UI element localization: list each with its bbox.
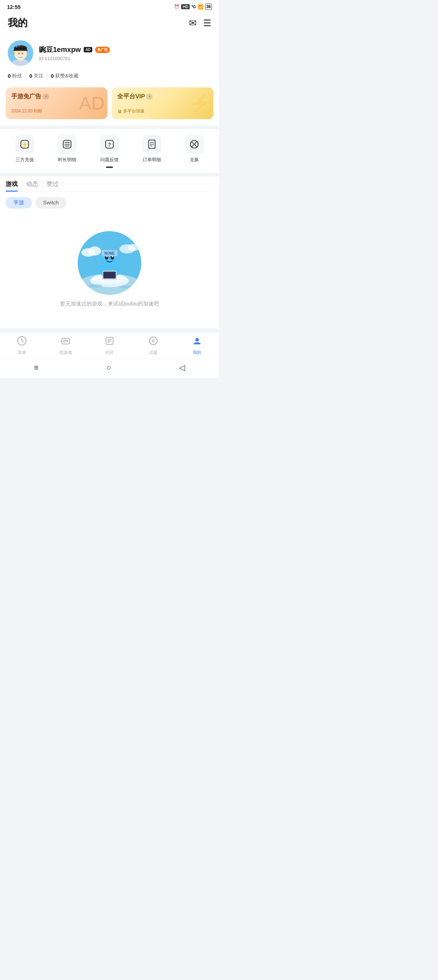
exchange-icon [185,135,204,154]
page-title: 我的 [8,16,27,30]
ad-text: AD [86,48,90,52]
promo-card-vip[interactable]: 全平台VIP › 🖥 多平台加速 ⚡ [112,88,213,119]
no-ad-badge: 免广告 [95,47,110,53]
hd-badge: HD [181,4,190,9]
signal-icon: 📶 [198,4,203,10]
svg-rect-12 [18,45,20,47]
promo-right-bg-icon: ⚡ [189,93,211,113]
likes-label: 获赞&收藏 [55,73,78,79]
exchange-label: 兑换 [190,157,199,163]
status-time: 12:55 [7,4,21,10]
fiveg-icon: ⁵G [192,5,196,9]
duration-icon [57,135,77,154]
recharge-label: 三方充值 [16,157,34,163]
stats-row: 0 粉丝 | 0 关注 | 0 获赞&收藏 [0,69,219,85]
ad-badge: AD [84,47,92,52]
nav-mine[interactable]: 我的 [185,336,209,356]
accelerate-icon [17,336,27,348]
nav-topics[interactable]: # 话题 [141,336,166,356]
svg-point-38 [88,284,102,288]
follow-count: 0 [29,73,32,79]
nav-accelerate-label: 加速 [17,350,26,356]
promo-left-bg-icon: AD [79,92,105,114]
nav-community-label: 社区 [105,350,114,356]
quick-actions-row: ⚡ 三方充值 时长明细 ? [3,135,216,163]
chip-switch[interactable]: Switch [35,197,67,208]
svg-point-13 [13,53,15,54]
alarm-icon: ⏰ [174,4,179,9]
sys-hamburger[interactable]: ≡ [34,363,38,372]
sys-home[interactable]: ○ [106,363,111,372]
stat-likes[interactable]: 0 获赞&收藏 [51,73,78,79]
svg-rect-54 [62,338,70,344]
svg-rect-50 [104,272,115,278]
tab-games[interactable]: 游戏 [6,180,17,192]
empty-state: NONE 暂无加速过的游戏，来试试biubiu的加速吧 [0,213,219,328]
indicator-dot [106,167,113,168]
svg-point-55 [63,340,65,342]
action-recharge[interactable]: ⚡ 三方充值 [11,135,39,163]
orders-label: 订单明细 [143,157,161,163]
profile-username: 豌豆1emxpw [39,45,81,54]
profile-info: 豌豆1emxpw AD 免广告 ID:1101690781 [39,45,211,61]
nav-findgame[interactable]: 找游戏 [53,336,78,356]
nav-community[interactable]: 社区 [97,336,122,356]
empty-text: 暂无加速过的游戏，来试试biubiu的加速吧 [60,301,159,307]
quick-actions: ⚡ 三方充值 时长明细 ? [0,129,219,173]
divider1: | [25,72,27,80]
tab-dynamic[interactable]: 动态 [26,180,38,192]
top-nav-icons: ✉ ☰ [189,18,211,29]
action-feedback[interactable]: ? 问题反馈 [95,135,124,163]
mail-icon[interactable]: ✉ [189,18,197,29]
tab-liked[interactable]: 赞过 [47,180,59,192]
avatar: ✕ ✕ [8,40,33,66]
status-icons: ⏰ HD ⁵G 📶 36 [174,3,212,10]
action-exchange[interactable]: 兑换 [180,135,208,163]
feedback-label: 问题反馈 [100,157,119,163]
likes-count: 0 [51,73,54,79]
profile-section: ✕ ✕ 豌豆1emxpw AD 免广告 ID:1101690781 [0,35,219,69]
svg-rect-11 [16,46,17,48]
mine-icon [192,336,202,348]
menu-icon[interactable]: ☰ [203,18,211,29]
nav-accelerate[interactable]: 加速 [10,336,34,356]
divider2: | [46,72,48,80]
svg-text:⚡: ⚡ [21,141,28,148]
duration-label: 时长明细 [58,157,76,163]
topics-icon: # [148,336,158,348]
svg-point-34 [128,244,139,251]
promo-cards-row: 手游免广告 › 2024.12.03 到期 AD 全平台VIP › 🖥 多平台加… [0,85,219,126]
action-duration[interactable]: 时长明细 [53,135,81,163]
follow-label: 关注 [33,73,43,79]
orders-icon [142,135,162,154]
monitor-icon: 🖥 [117,108,122,114]
stat-follow[interactable]: 0 关注 [29,73,43,79]
findgame-icon [61,336,71,348]
svg-point-65 [195,338,199,342]
recharge-icon: ⚡ [15,135,34,154]
page-indicator [3,163,216,169]
chip-mobile[interactable]: 手游 [6,197,32,208]
action-orders[interactable]: 订单明细 [138,135,166,163]
tabs-container: 游戏 动态 赞过 [0,177,219,192]
nav-findgame-label: 找游戏 [59,350,72,356]
promo-card-no-ad[interactable]: 手游免广告 › 2024.12.03 到期 AD [6,88,107,119]
fans-label: 粉丝 [12,73,22,79]
profile-id: ID:1101690781 [39,56,211,61]
promo-right-arrow: › [146,93,152,100]
promo-left-arrow: › [43,93,49,100]
top-nav: 我的 ✉ ☰ [0,13,219,35]
nav-mine-label: 我的 [193,350,202,356]
fans-count: 0 [8,73,11,79]
svg-text:#: # [152,338,155,344]
svg-point-32 [88,247,101,256]
empty-illustration: NONE [78,231,141,295]
nav-topics-label: 话题 [149,350,157,356]
filter-chips: 手游 Switch [0,192,219,213]
battery-indicator: 36 [205,3,212,10]
feedback-icon: ? [100,135,119,154]
svg-text:NONE: NONE [105,251,115,255]
tabs-row: 游戏 动态 赞过 [6,177,213,192]
sys-back[interactable]: ◁ [179,363,185,372]
stat-fans[interactable]: 0 粉丝 [8,73,22,79]
